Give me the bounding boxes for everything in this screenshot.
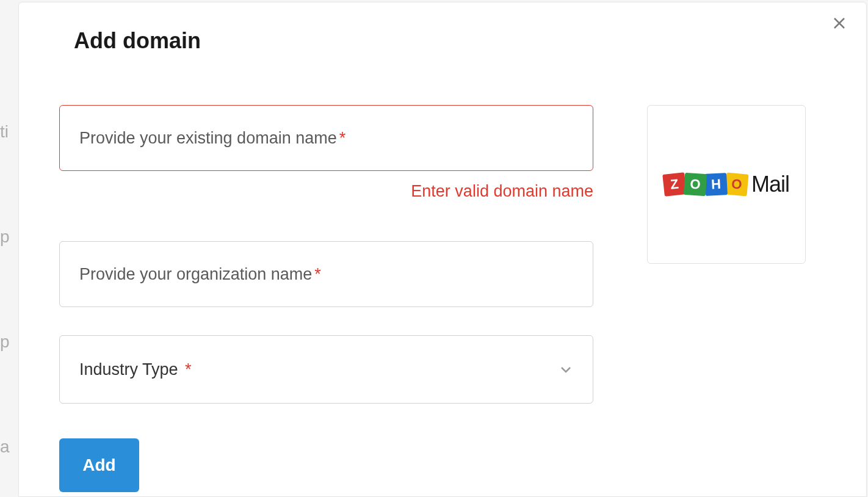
logo-tile-o1: O <box>684 173 707 196</box>
required-marker: * <box>339 129 346 148</box>
required-marker: * <box>185 360 192 379</box>
modal-title: Add domain <box>74 28 201 54</box>
domain-input[interactable]: Provide your existing domain name * <box>59 105 593 171</box>
chevron-down-icon <box>559 362 573 377</box>
close-icon <box>832 16 847 31</box>
add-domain-modal: Add domain Provide your existing domain … <box>18 2 867 497</box>
brand-logo-box: Z O H O Mail <box>647 105 806 264</box>
logo-tile-z: Z <box>662 172 687 197</box>
backdrop: tippa <box>0 0 18 497</box>
add-button[interactable]: Add <box>59 438 139 492</box>
organization-input[interactable]: Provide your organization name * <box>59 241 593 307</box>
logo-suffix: Mail <box>751 172 789 197</box>
domain-placeholder: Provide your existing domain name <box>79 129 337 148</box>
close-button[interactable] <box>830 13 849 33</box>
logo-tile-h: H <box>704 173 728 196</box>
industry-select[interactable]: Industry Type * <box>59 335 593 404</box>
organization-placeholder: Provide your organization name <box>79 265 312 284</box>
form-area: Provide your existing domain name * Ente… <box>59 105 593 404</box>
industry-label: Industry Type <box>79 360 178 379</box>
logo-tile-o2: O <box>725 172 748 196</box>
add-button-label: Add <box>82 455 115 475</box>
zoho-mail-logo: Z O H O Mail <box>664 172 789 197</box>
domain-error-message: Enter valid domain name <box>59 182 593 201</box>
required-marker: * <box>314 265 321 284</box>
